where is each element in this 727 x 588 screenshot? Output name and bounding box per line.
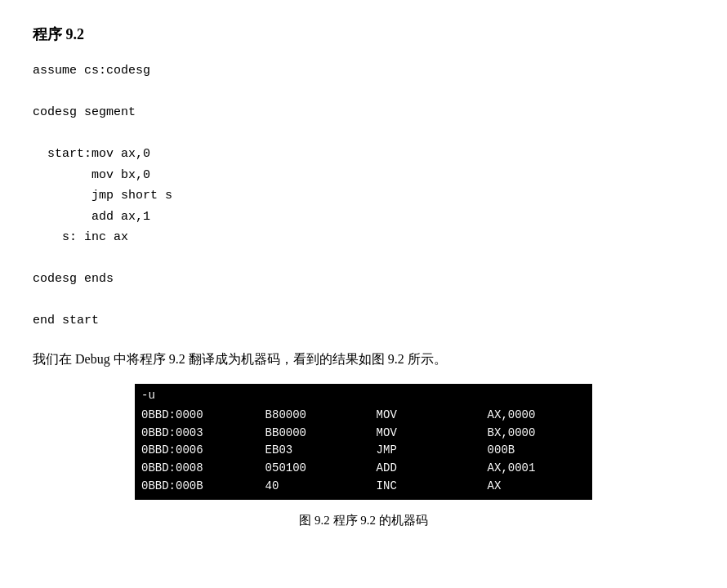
figure-area: -u 0BBD:0000B80000 MOV AX,00000BBD:0003B…: [33, 384, 694, 528]
table-row: 0BBD:0006EB03 JMP 000B: [141, 442, 586, 460]
debug-addr: 0BBD:0000: [141, 407, 265, 425]
debug-hex: BB0000: [265, 425, 377, 443]
debug-header: -u: [141, 387, 586, 405]
table-row: 0BBD:0000B80000 MOV AX,0000: [141, 407, 586, 425]
debug-operand: BX,0000: [488, 425, 586, 443]
figure-caption: 图 9.2 程序 9.2 的机器码: [299, 513, 428, 528]
debug-addr: 0BBD:0006: [141, 442, 265, 460]
table-row: 0BBD:0003BB0000 MOV BX,0000: [141, 425, 586, 443]
debug-hex: EB03: [265, 442, 377, 460]
code-block: assume cs:codesg codesg segment start:mo…: [33, 60, 694, 332]
debug-addr: 0BBD:000B: [141, 478, 265, 496]
debug-hex: 40: [265, 478, 377, 496]
debug-operand: 000B: [488, 442, 586, 460]
table-row: 0BBD:000B40 INC AX: [141, 478, 586, 496]
debug-operand: AX,0000: [488, 407, 586, 425]
debug-instr: INC: [377, 478, 488, 496]
debug-table: 0BBD:0000B80000 MOV AX,00000BBD:0003BB00…: [141, 407, 586, 495]
debug-addr: 0BBD:0003: [141, 425, 265, 443]
debug-addr: 0BBD:0008: [141, 460, 265, 478]
debug-instr: JMP: [377, 442, 488, 460]
description: 我们在 Debug 中将程序 9.2 翻译成为机器码，看到的结果如图 9.2 所…: [33, 348, 694, 372]
debug-operand: AX: [488, 478, 586, 496]
debug-instr: ADD: [377, 460, 488, 478]
debug-instr: MOV: [377, 425, 488, 443]
debug-screen: -u 0BBD:0000B80000 MOV AX,00000BBD:0003B…: [135, 384, 592, 500]
table-row: 0BBD:0008050100 ADD AX,0001: [141, 460, 586, 478]
debug-operand: AX,0001: [488, 460, 586, 478]
section-title: 程序 9.2: [33, 24, 694, 44]
debug-instr: MOV: [377, 407, 488, 425]
debug-hex: 050100: [265, 460, 377, 478]
debug-hex: B80000: [265, 407, 377, 425]
